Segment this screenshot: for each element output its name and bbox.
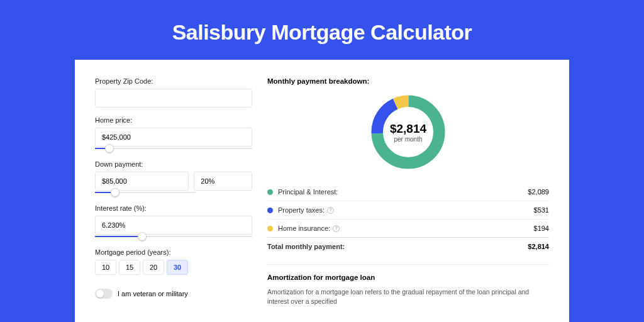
period-label: Mortgage period (years): [95,248,252,256]
zip-label: Property Zip Code: [95,77,252,85]
down-payment-input[interactable] [95,172,189,191]
period-option-10[interactable]: 10 [95,260,116,275]
form-panel: Property Zip Code: Home price: Down paym… [95,77,252,322]
interest-label: Interest rate (%): [95,204,252,212]
donut-center-sub: per month [390,136,426,143]
home-price-input[interactable] [95,128,252,147]
legend-label: Principal & Interest: [278,188,528,196]
breakdown-legend: Principal & Interest:$2,089Property taxe… [267,183,549,255]
veteran-toggle[interactable] [95,289,113,299]
legend-total-label: Total monthly payment: [267,243,528,250]
zip-input[interactable] [95,89,252,108]
interest-slider[interactable] [95,233,252,240]
home-price-slider[interactable] [95,145,252,152]
legend-label: Property taxes:? [278,206,534,214]
legend-value: $2,089 [528,188,549,196]
amortization-section: Amortization for mortgage loan Amortizat… [267,264,549,306]
down-payment-label: Down payment: [95,160,252,168]
legend-dot-icon [267,208,273,213]
legend-total-value: $2,814 [528,243,549,250]
help-icon[interactable]: ? [333,225,340,232]
legend-total-row: Total monthly payment:$2,814 [267,237,549,255]
amortization-body: Amortization for a mortgage loan refers … [267,287,549,306]
legend-value: $194 [534,225,549,232]
legend-dot-icon [267,226,273,231]
page-title: Salisbury Mortgage Calculator [0,0,644,60]
legend-row: Principal & Interest:$2,089 [267,183,549,201]
interest-input[interactable] [95,216,252,235]
legend-label: Home insurance:? [278,225,534,232]
breakdown-title: Monthly payment breakdown: [267,77,549,85]
period-option-30[interactable]: 30 [167,260,188,275]
help-icon[interactable]: ? [327,207,334,214]
legend-row: Property taxes:?$531 [267,201,549,219]
amortization-title: Amortization for mortgage loan [267,274,549,281]
legend-row: Home insurance:?$194 [267,219,549,237]
toggle-knob-icon [96,290,104,297]
legend-dot-icon [267,189,273,195]
veteran-label: I am veteran or military [118,290,188,297]
breakdown-donut-chart: $2,814 per month [267,91,549,173]
legend-value: $531 [534,206,549,214]
donut-center-amount: $2,814 [390,122,426,136]
period-options: 10152030 [95,260,252,275]
down-payment-slider[interactable] [95,189,196,196]
down-payment-pct-input[interactable] [194,172,252,191]
breakdown-panel: Monthly payment breakdown: $2,814 per mo… [267,77,549,322]
period-option-20[interactable]: 20 [143,260,164,275]
home-price-label: Home price: [95,116,252,124]
period-option-15[interactable]: 15 [119,260,140,275]
calculator-card: Property Zip Code: Home price: Down paym… [75,60,569,322]
